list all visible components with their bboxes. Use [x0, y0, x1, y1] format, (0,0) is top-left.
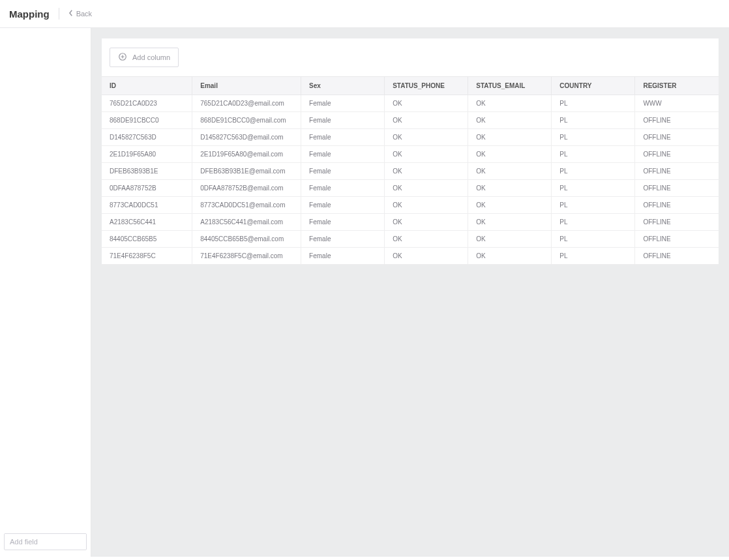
cell-id: D145827C563D	[102, 129, 192, 146]
cell-sex: Female	[301, 214, 385, 231]
table-row[interactable]: 2E1D19F65A802E1D19F65A80@email.comFemale…	[102, 146, 719, 163]
cell-status_email: OK	[468, 129, 552, 146]
back-label: Back	[76, 10, 92, 18]
cell-id: A2183C56C441	[102, 214, 192, 231]
col-header-register[interactable]: REGISTER	[635, 77, 719, 95]
cell-status_phone: OK	[385, 231, 468, 248]
main: Add column ID Email Sex STATUS_PHONE STA…	[91, 28, 729, 557]
table-row[interactable]: 71E4F6238F5C71E4F6238F5C@email.comFemale…	[102, 248, 719, 265]
col-header-status-email[interactable]: STATUS_EMAIL	[468, 77, 552, 95]
plus-circle-icon	[118, 52, 127, 63]
cell-status_email: OK	[468, 180, 552, 197]
cell-register: OFFLINE	[635, 146, 719, 163]
table-row[interactable]: DFEB63B93B1EDFEB63B93B1E@email.comFemale…	[102, 163, 719, 180]
cell-status_phone: OK	[385, 180, 468, 197]
add-column-label: Add column	[132, 53, 170, 61]
cell-email: 765D21CA0D23@email.com	[192, 95, 301, 112]
cell-sex: Female	[301, 146, 385, 163]
cell-id: 2E1D19F65A80	[102, 146, 192, 163]
cell-country: PL	[552, 231, 635, 248]
cell-email: 868DE91CBCC0@email.com	[192, 112, 301, 129]
cell-sex: Female	[301, 248, 385, 265]
header: Mapping Back	[0, 0, 729, 28]
cell-register: OFFLINE	[635, 197, 719, 214]
cell-status_email: OK	[468, 112, 552, 129]
cell-email: 71E4F6238F5C@email.com	[192, 248, 301, 265]
cell-register: OFFLINE	[635, 214, 719, 231]
back-button[interactable]: Back	[68, 10, 92, 18]
sidebar	[0, 28, 91, 557]
cell-sex: Female	[301, 163, 385, 180]
col-header-country[interactable]: COUNTRY	[552, 77, 635, 95]
col-header-id[interactable]: ID	[102, 77, 192, 95]
cell-sex: Female	[301, 129, 385, 146]
table-row[interactable]: A2183C56C441A2183C56C441@email.comFemale…	[102, 214, 719, 231]
cell-status_email: OK	[468, 231, 552, 248]
cell-id: 765D21CA0D23	[102, 95, 192, 112]
cell-id: 8773CAD0DC51	[102, 197, 192, 214]
table-row[interactable]: 868DE91CBCC0868DE91CBCC0@email.comFemale…	[102, 112, 719, 129]
cell-id: DFEB63B93B1E	[102, 163, 192, 180]
table-row[interactable]: 8773CAD0DC518773CAD0DC51@email.comFemale…	[102, 197, 719, 214]
cell-register: OFFLINE	[635, 129, 719, 146]
table-row[interactable]: 765D21CA0D23765D21CA0D23@email.comFemale…	[102, 95, 719, 112]
data-card: Add column ID Email Sex STATUS_PHONE STA…	[102, 38, 719, 265]
table-row[interactable]: 84405CCB65B584405CCB65B5@email.comFemale…	[102, 231, 719, 248]
cell-status_phone: OK	[385, 146, 468, 163]
divider	[59, 8, 59, 20]
cell-status_email: OK	[468, 214, 552, 231]
cell-country: PL	[552, 180, 635, 197]
add-column-button[interactable]: Add column	[110, 48, 179, 67]
table-header-row: ID Email Sex STATUS_PHONE STATUS_EMAIL C…	[102, 77, 719, 95]
cell-country: PL	[552, 248, 635, 265]
cell-id: 84405CCB65B5	[102, 231, 192, 248]
cell-status_email: OK	[468, 197, 552, 214]
cell-register: OFFLINE	[635, 112, 719, 129]
col-header-sex[interactable]: Sex	[301, 77, 385, 95]
cell-status_email: OK	[468, 248, 552, 265]
cell-country: PL	[552, 146, 635, 163]
col-header-email[interactable]: Email	[192, 77, 301, 95]
cell-register: OFFLINE	[635, 231, 719, 248]
cell-sex: Female	[301, 95, 385, 112]
table-row[interactable]: 0DFAA878752B0DFAA878752B@email.comFemale…	[102, 180, 719, 197]
cell-id: 0DFAA878752B	[102, 180, 192, 197]
cell-email: A2183C56C441@email.com	[192, 214, 301, 231]
add-field-control	[4, 533, 87, 550]
cell-email: 2E1D19F65A80@email.com	[192, 146, 301, 163]
page-title: Mapping	[9, 8, 50, 20]
cell-country: PL	[552, 163, 635, 180]
cell-register: OFFLINE	[635, 248, 719, 265]
col-header-status-phone[interactable]: STATUS_PHONE	[385, 77, 468, 95]
cell-email: 84405CCB65B5@email.com	[192, 231, 301, 248]
table-row[interactable]: D145827C563DD145827C563D@email.comFemale…	[102, 129, 719, 146]
cell-status_phone: OK	[385, 112, 468, 129]
cell-sex: Female	[301, 197, 385, 214]
cell-status_email: OK	[468, 163, 552, 180]
cell-status_phone: OK	[385, 95, 468, 112]
cell-email: D145827C563D@email.com	[192, 129, 301, 146]
cell-register: WWW	[635, 95, 719, 112]
cell-status_email: OK	[468, 95, 552, 112]
add-field-input[interactable]	[5, 534, 87, 550]
chevron-left-icon	[68, 10, 74, 18]
cell-country: PL	[552, 112, 635, 129]
cell-status_email: OK	[468, 146, 552, 163]
cell-sex: Female	[301, 112, 385, 129]
cell-register: OFFLINE	[635, 180, 719, 197]
cell-country: PL	[552, 214, 635, 231]
cell-country: PL	[552, 197, 635, 214]
cell-country: PL	[552, 95, 635, 112]
cell-id: 71E4F6238F5C	[102, 248, 192, 265]
cell-status_phone: OK	[385, 248, 468, 265]
cell-register: OFFLINE	[635, 163, 719, 180]
cell-id: 868DE91CBCC0	[102, 112, 192, 129]
cell-email: 8773CAD0DC51@email.com	[192, 197, 301, 214]
cell-status_phone: OK	[385, 214, 468, 231]
data-table: ID Email Sex STATUS_PHONE STATUS_EMAIL C…	[102, 76, 719, 265]
cell-sex: Female	[301, 231, 385, 248]
cell-sex: Female	[301, 180, 385, 197]
cell-email: 0DFAA878752B@email.com	[192, 180, 301, 197]
cell-status_phone: OK	[385, 163, 468, 180]
cell-email: DFEB63B93B1E@email.com	[192, 163, 301, 180]
